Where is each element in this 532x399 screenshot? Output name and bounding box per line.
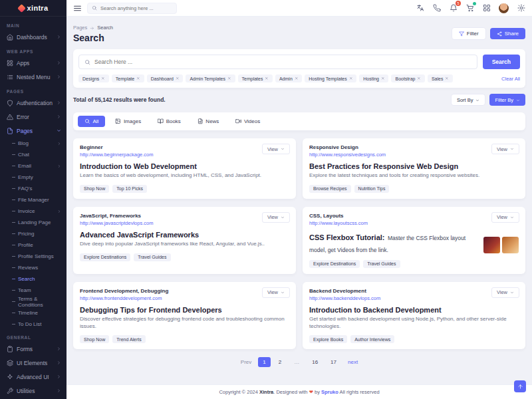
result-title[interactable]: Debugging Tips for Frontend Developers	[80, 306, 289, 314]
filter-tag-admin-templates[interactable]: Admin Templates	[186, 74, 235, 82]
result-badge[interactable]: Browse Recipes	[309, 185, 351, 193]
sidebar-item-error[interactable]: Error	[0, 110, 66, 124]
share-button[interactable]: Share	[490, 28, 525, 39]
result-title[interactable]: Advanced JavaScript Frameworks	[80, 231, 289, 239]
search-button[interactable]: Search	[483, 55, 520, 69]
filter-tag-designs[interactable]: Designs	[78, 74, 109, 82]
filter-by-dropdown[interactable]: Filter By	[489, 94, 525, 106]
phone-button[interactable]	[432, 4, 441, 13]
sidebar-item-profile-settings[interactable]: Profile Settings	[0, 251, 66, 262]
video-thumb-2[interactable]	[502, 237, 519, 253]
result-url[interactable]: http://www.backenddevlops.com	[309, 295, 519, 301]
tab-news[interactable]: News	[191, 116, 226, 127]
result-badge[interactable]: Trend Alerts	[112, 335, 145, 343]
result-badge[interactable]: Author Interviews	[350, 335, 394, 343]
result-badge[interactable]: Nutrition Tips	[354, 185, 390, 193]
result-url[interactable]: http://www.javascriptdevlops.com	[80, 220, 289, 226]
sidebar-item-blog[interactable]: Blog	[0, 138, 66, 149]
app-logo[interactable]: xintra	[0, 0, 66, 17]
filter-tag-admin[interactable]: Admin	[275, 74, 302, 82]
video-thumb-1[interactable]	[483, 237, 500, 253]
result-title[interactable]: Best Practices for Responsive Web Design	[309, 162, 519, 170]
sidebar-item-pages[interactable]: Pages	[0, 124, 66, 138]
sort-by-dropdown[interactable]: Sort By	[451, 94, 486, 106]
grid-button[interactable]	[482, 4, 491, 13]
filter-tag-hosting-templates[interactable]: Hosting Templates	[305, 74, 356, 82]
result-url[interactable]: http://www.frontenddevelopment.com	[80, 295, 289, 301]
result-badge[interactable]: Explore Books	[309, 335, 347, 343]
result-badge[interactable]: Travel Guides	[134, 253, 170, 261]
sidebar-item-faq-s[interactable]: FAQ's	[0, 183, 66, 194]
sidebar-item-landing-page[interactable]: Landing Page	[0, 217, 66, 228]
clear-all-link[interactable]: Clear All	[501, 76, 520, 82]
pagination-page-16[interactable]: 16	[307, 357, 323, 367]
sidebar-item-advanced-ui[interactable]: Advanced UI	[0, 370, 66, 384]
sidebar-item-search[interactable]: Search	[0, 273, 66, 285]
pagination-prev[interactable]: Prev	[237, 357, 255, 367]
filter-button[interactable]: Filter	[452, 27, 486, 40]
sidebar-item-chat[interactable]: Chat	[0, 149, 66, 160]
result-badge[interactable]: Explore Destinations	[80, 253, 130, 261]
filter-tag-hosting[interactable]: Hosting	[359, 74, 388, 82]
sidebar-item-nested-menu[interactable]: Nested Menu	[0, 70, 66, 84]
result-title[interactable]: CSS Flexbox Tutorial:	[309, 233, 384, 241]
search-input[interactable]	[94, 59, 471, 65]
result-badge[interactable]: Travel Guides	[363, 260, 400, 268]
view-dropdown[interactable]: View	[262, 212, 290, 223]
sidebar-item-invoice[interactable]: Invoice	[0, 205, 66, 217]
global-search-input[interactable]	[100, 5, 172, 11]
result-url[interactable]: http://www.responsivedesigns.com	[309, 152, 519, 158]
result-badge[interactable]: Explore Destinations	[309, 260, 360, 268]
sidebar-item-empty[interactable]: Empty	[0, 172, 66, 183]
sidebar-item-timeline[interactable]: Timeline	[0, 307, 66, 319]
tab-all[interactable]: All	[78, 116, 105, 127]
sidebar-item-file-manager[interactable]: File Manager	[0, 194, 66, 205]
sidebar-toggle-button[interactable]	[73, 4, 82, 13]
bell-button[interactable]: 5	[449, 4, 458, 13]
cart-button[interactable]	[466, 4, 474, 13]
avatar[interactable]	[499, 3, 509, 13]
sidebar-item-apps[interactable]: Apps	[0, 56, 66, 70]
sidebar-item-dashboards[interactable]: Dashboards	[0, 30, 66, 44]
filter-tag-template[interactable]: Template	[112, 74, 144, 82]
pagination-page-17[interactable]: 17	[326, 357, 341, 367]
filter-tag-templates[interactable]: Templates	[238, 74, 273, 82]
scroll-to-top-button[interactable]	[514, 380, 526, 392]
filter-tag-dashboard[interactable]: Dashboard	[147, 74, 184, 82]
result-url[interactable]: http://www.beginnerpackage.com	[80, 152, 289, 158]
translate-button[interactable]	[416, 4, 424, 13]
view-dropdown[interactable]: View	[262, 287, 290, 298]
view-dropdown[interactable]: View	[491, 144, 519, 154]
sidebar-item-authentication[interactable]: Authentication	[0, 96, 66, 110]
sidebar-item-to-do-list[interactable]: To Do List	[0, 319, 66, 330]
tab-books[interactable]: Books	[151, 116, 188, 127]
pagination-next[interactable]: next	[344, 357, 361, 367]
filter-tag-sales[interactable]: Sales	[428, 74, 453, 82]
filter-tag-bootstrap[interactable]: Bootstrap	[391, 74, 424, 82]
sidebar-item-utilities[interactable]: Utilities	[0, 384, 66, 398]
view-dropdown[interactable]: View	[262, 144, 290, 154]
tab-images[interactable]: Images	[108, 116, 148, 127]
gear-button[interactable]	[517, 4, 525, 13]
sidebar-item-profile[interactable]: Profile	[0, 239, 66, 251]
result-badge[interactable]: Shop Now	[80, 335, 109, 343]
tab-videos[interactable]: Videos	[229, 116, 267, 127]
sidebar-item-pricing[interactable]: Pricing	[0, 228, 66, 239]
view-dropdown[interactable]: View	[491, 212, 519, 223]
sidebar-item-forms[interactable]: Forms	[0, 342, 66, 356]
sidebar-item-terms-conditions[interactable]: Terms & Conditions	[0, 296, 66, 307]
sidebar-item-email[interactable]: Email	[0, 160, 66, 172]
sidebar-item-team[interactable]: Team	[0, 285, 66, 296]
footer-author-link[interactable]: Spruko	[321, 389, 338, 395]
result-badge[interactable]: Top 10 Picks	[112, 185, 147, 193]
result-title[interactable]: Introduction to Web Development	[80, 162, 289, 170]
result-title[interactable]: Introduction to Backend Development	[309, 306, 519, 314]
result-url[interactable]: http://www.layoutscss.com	[309, 220, 478, 226]
pagination-page-2[interactable]: 2	[274, 357, 286, 367]
pagination-page-1[interactable]: 1	[258, 357, 270, 367]
result-badge[interactable]: Shop Now	[80, 185, 109, 193]
view-dropdown[interactable]: View	[491, 287, 519, 298]
sidebar-item-reviews[interactable]: Reviews	[0, 262, 66, 273]
breadcrumb-parent[interactable]: Pages	[73, 25, 87, 31]
sidebar-item-ui-elements[interactable]: UI Elements	[0, 356, 66, 370]
